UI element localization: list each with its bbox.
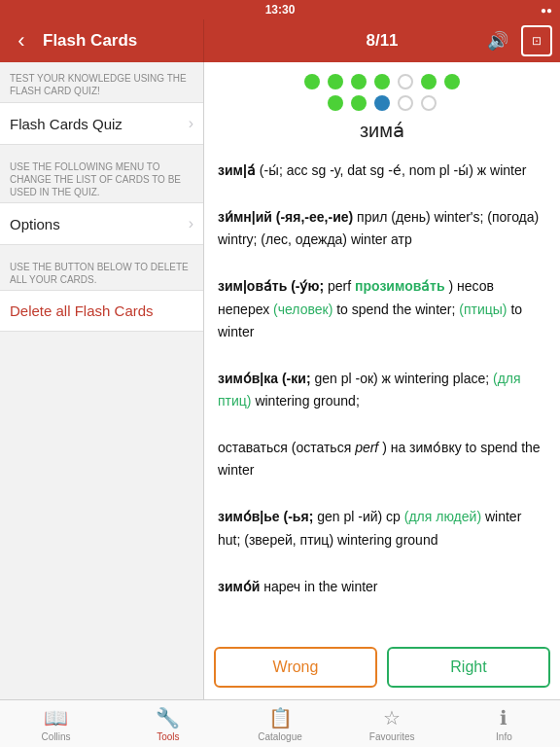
entry-3-bold2: прозимова́ть — [355, 278, 445, 294]
divider1 — [0, 145, 203, 153]
main-layout: TEST YOUR KNOWLEDGE USING THE FLASH CARD… — [0, 62, 560, 699]
options-item[interactable]: Options › — [0, 202, 203, 245]
favourites-label: Favourites — [369, 731, 415, 742]
dot-3 — [351, 74, 367, 89]
entry-3-birds: (птицы) — [459, 302, 507, 317]
collins-label: Collins — [42, 731, 71, 742]
entry-5: оставаться (остаться perf ) на зимо́вку … — [218, 437, 546, 481]
tab-bar: 📖 Collins 🔧 Tools 📋 Catalogue ☆ Favourit… — [0, 699, 560, 747]
entry-3: зим|ова́ть (-у́ю; perf прозимова́ть ) не… — [218, 275, 546, 342]
status-bar: 13:30 ●● — [0, 0, 560, 19]
entry-6-green1: (для людей) — [404, 509, 481, 524]
entry-4-gen: gen pl -ок) ж wintering place; — [314, 371, 493, 386]
status-icons: ●● — [541, 5, 552, 16]
dot-8 — [328, 95, 343, 111]
entry-4: зимо́в|ка (-ки; gen pl -ок) ж wintering … — [218, 368, 546, 412]
dot-6 — [421, 74, 437, 89]
entry-6: зимо́в|ье (-ья; gen pl -ий) ср (для люде… — [218, 506, 546, 551]
entry-5-perf: perf — [355, 440, 378, 455]
fullscreen-icon[interactable]: ⊡ — [521, 25, 552, 56]
dot-2 — [328, 74, 343, 89]
dot-1 — [304, 74, 320, 89]
options-label: Options — [10, 216, 60, 232]
status-time: 13:30 — [265, 3, 296, 17]
right-button[interactable]: Right — [387, 647, 550, 688]
tab-catalogue[interactable]: 📋 Catalogue — [224, 700, 335, 747]
entry-6-bold: зимо́в|ье (-ья; — [218, 509, 313, 524]
entry-6-gen: gen pl -ий) ср — [317, 509, 404, 524]
catalogue-icon: 📋 — [268, 706, 293, 729]
collins-icon: 📖 — [44, 706, 68, 729]
dots-row1 — [304, 74, 460, 89]
left-panel: TEST YOUR KNOWLEDGE USING THE FLASH CARD… — [0, 62, 204, 699]
entry-2-bold: зи́мн|ий (-яя,-ее,-ие) — [218, 209, 353, 225]
section2-label: USE THE FOLLOWING MENU TO CHANGE THE LIS… — [0, 153, 203, 202]
speaker-icon[interactable]: 🔊 — [482, 25, 513, 56]
answer-buttons: Wrong Right — [204, 637, 560, 699]
back-button[interactable]: ‹ — [0, 19, 43, 62]
entry-1-bold: зим|а́ — [218, 162, 256, 178]
entry-1: зим|а́ (-ы́; acc sg -у, dat sg -е́, nom … — [218, 160, 546, 182]
entry-4-text: wintering ground; — [255, 393, 359, 409]
dot-9 — [351, 95, 367, 111]
header: ‹ Flash Cards 8/11 🔊 ⊡ — [0, 19, 560, 62]
tab-collins[interactable]: 📖 Collins — [0, 700, 112, 747]
entry-7-text: нареч in the winter — [263, 579, 377, 594]
dot-4 — [374, 74, 390, 89]
options-chevron: › — [189, 215, 193, 232]
dot-12 — [421, 95, 437, 111]
tools-label: Tools — [157, 731, 179, 742]
dots-progress: зима́ — [204, 62, 560, 150]
wrong-button[interactable]: Wrong — [214, 647, 377, 688]
info-label: Info — [496, 731, 512, 742]
dictionary-content: зим|а́ (-ы́; acc sg -у, dat sg -е́, nom … — [204, 150, 560, 637]
tab-tools[interactable]: 🔧 Tools — [112, 700, 224, 747]
tab-favourites[interactable]: ☆ Favourites — [336, 700, 448, 747]
entry-3-rest: to spend the winter; — [336, 302, 459, 317]
entry-3-green: (человек) — [273, 302, 332, 317]
right-panel: зима́ зим|а́ (-ы́; acc sg -у, dat sg -е́… — [204, 62, 560, 699]
info-icon: ℹ — [500, 706, 508, 729]
flash-cards-quiz-chevron: › — [189, 115, 193, 132]
dot-7 — [444, 74, 460, 89]
divider2 — [0, 245, 203, 253]
entry-1-text: (-ы́; acc sg -у, dat sg -е́, nom pl -ы́)… — [260, 162, 527, 178]
flash-cards-quiz-label: Flash Cards Quiz — [10, 116, 122, 132]
entry-4-bold: зимо́в|ка (-ки; — [218, 371, 311, 386]
entry-7: зимо́й нареч in the winter — [218, 576, 546, 598]
word-display: зима́ — [360, 119, 404, 142]
entry-3-bold: зим|ова́ть (-у́ю; — [218, 278, 324, 294]
flash-cards-quiz-item[interactable]: Flash Cards Quiz › — [0, 102, 203, 145]
dot-11 — [398, 95, 413, 111]
dots-row2 — [328, 95, 437, 111]
dot-5 — [398, 74, 413, 89]
entry-3-perf: perf — [328, 278, 355, 294]
favourites-icon: ☆ — [383, 706, 401, 729]
delete-all-item[interactable]: Delete all Flash Cards — [0, 290, 203, 332]
entry-5-text: оставаться (остаться — [218, 440, 355, 455]
entry-7-bold: зимо́й — [218, 579, 260, 594]
section3-label: USE THE BUTTON BELOW TO DELETE ALL YOUR … — [0, 253, 203, 290]
tools-icon: 🔧 — [156, 706, 180, 729]
header-actions: 🔊 ⊡ — [482, 25, 552, 56]
progress-indicator: 8/11 — [366, 31, 398, 51]
dot-10 — [374, 95, 390, 111]
delete-all-label: Delete all Flash Cards — [10, 302, 154, 319]
entry-2: зи́мн|ий (-яя,-ее,-ие) прил (день) winte… — [218, 206, 546, 251]
left-panel-title: Flash Cards — [43, 31, 137, 51]
tab-info[interactable]: ℹ Info — [448, 700, 560, 747]
catalogue-label: Catalogue — [258, 731, 302, 742]
section1-label: TEST YOUR KNOWLEDGE USING THE FLASH CARD… — [0, 62, 203, 102]
